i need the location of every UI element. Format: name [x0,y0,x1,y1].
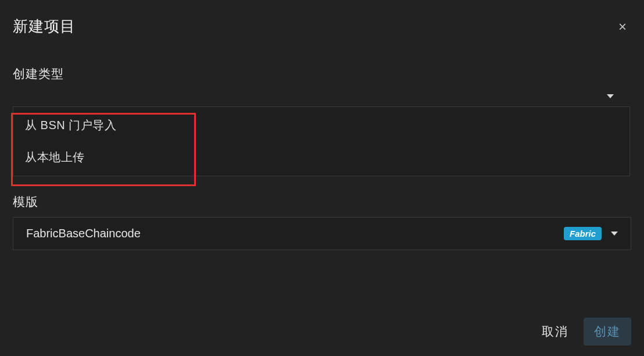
dropdown-option-bsn-import[interactable]: 从 BSN 门户导入 [13,107,629,141]
create-type-label: 创建类型 [13,66,631,82]
chevron-down-icon [611,232,618,236]
cancel-button[interactable]: 取消 [538,319,572,344]
template-badge: Fabric [564,227,602,240]
dialog-title: 新建项目 [13,16,76,37]
create-type-select[interactable] [13,89,631,103]
template-select[interactable]: FabricBaseChaincode Fabric [13,217,631,250]
chevron-down-icon [607,94,614,98]
template-field: 模版 FabricBaseChaincode Fabric [13,194,631,250]
dialog-footer: 取消 创建 [538,318,631,346]
create-type-field: 创建类型 从 BSN 门户导入 从本地上传 [13,66,631,176]
template-value: FabricBaseChaincode [26,227,141,240]
new-project-dialog: 新建项目 × 创建类型 从 BSN 门户导入 从本地上传 模版 FabricBa… [0,0,644,356]
create-button[interactable]: 创建 [584,318,631,346]
template-label: 模版 [13,194,631,210]
close-icon[interactable]: × [614,19,631,35]
dialog-header: 新建项目 × [13,16,631,37]
dropdown-option-local-upload[interactable]: 从本地上传 [13,141,629,176]
create-type-dropdown: 从 BSN 门户导入 从本地上传 [13,106,630,176]
template-right: Fabric [564,227,618,240]
